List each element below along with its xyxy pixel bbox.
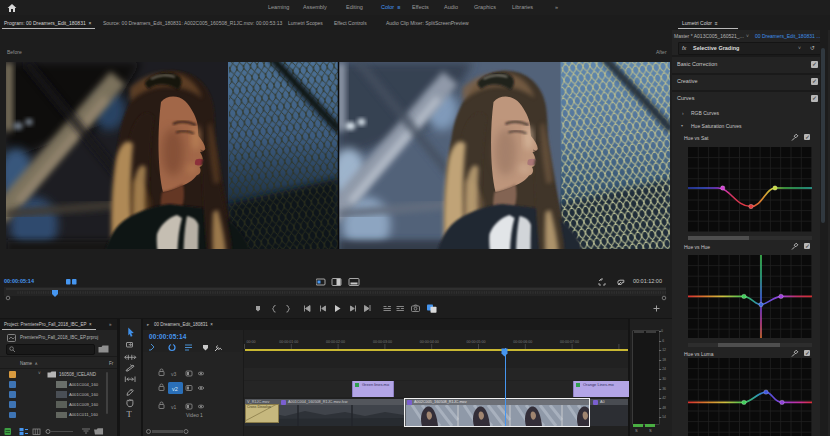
svg-text:Video 1: Video 1: [186, 412, 203, 418]
svg-text:v1: v1: [171, 404, 177, 410]
svg-text:v2: v2: [172, 386, 178, 392]
svg-text:T: T: [127, 409, 133, 419]
svg-text:v3: v3: [171, 371, 177, 377]
